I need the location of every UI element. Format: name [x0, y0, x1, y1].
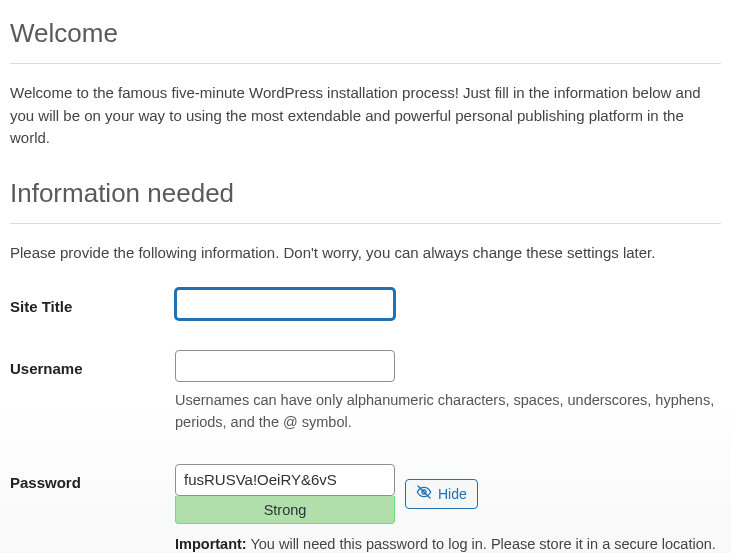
- hide-password-button[interactable]: Hide: [405, 479, 478, 509]
- divider: [10, 63, 721, 64]
- username-hint: Usernames can have only alphanumeric cha…: [175, 390, 721, 434]
- site-title-input[interactable]: [175, 288, 395, 320]
- username-input[interactable]: [175, 350, 395, 382]
- info-intro: Please provide the following information…: [10, 242, 721, 265]
- eye-slash-icon: [416, 484, 432, 503]
- password-important-note: Important: You will need this password t…: [175, 534, 721, 554]
- hide-button-label: Hide: [438, 486, 467, 502]
- username-label: Username: [10, 360, 83, 377]
- row-username: Username Usernames can have only alphanu…: [10, 350, 721, 434]
- row-site-title: Site Title: [10, 288, 721, 320]
- divider: [10, 223, 721, 224]
- password-label: Password: [10, 474, 81, 491]
- site-title-label: Site Title: [10, 298, 72, 315]
- important-label: Important:: [175, 536, 247, 552]
- important-text: You will need this password to log in. P…: [247, 536, 716, 552]
- welcome-heading: Welcome: [10, 14, 721, 53]
- password-input[interactable]: [175, 464, 395, 496]
- info-heading: Information needed: [10, 174, 721, 213]
- password-strength: Strong: [175, 496, 395, 524]
- welcome-intro: Welcome to the famous five-minute WordPr…: [10, 82, 721, 150]
- row-password: Password Strong Hide Important: You will: [10, 464, 721, 554]
